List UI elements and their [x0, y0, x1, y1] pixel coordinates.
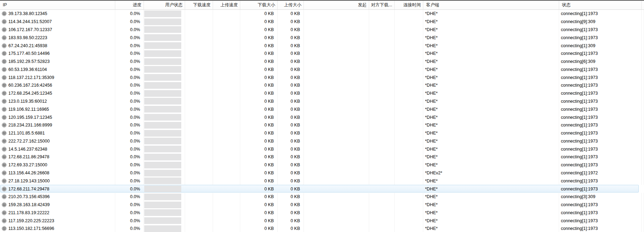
- table-row[interactable]: 172.68.211.74:294780.0%0 KB0 KB*DHE*conn…: [0, 185, 644, 193]
- cell-status: connecting[9]:309: [559, 18, 642, 26]
- peer-face-icon: [2, 91, 7, 96]
- table-row[interactable]: 120.195.159.17:123450.0%0 KB0 KB*DHE*con…: [0, 113, 644, 121]
- table-row[interactable]: 106.172.167.70:123370.0%0 KB0 KB*DHE*con…: [0, 26, 644, 34]
- header-cell-client[interactable]: 客户端: [423, 1, 559, 9]
- user-status-progressbar: [144, 194, 181, 200]
- cell-ul_size: 0 KB: [278, 145, 304, 153]
- cell-progress: 0.0%: [115, 81, 144, 89]
- peer-ip-label: 218.234.231.166:8999: [8, 123, 52, 128]
- cell-status: connecting[1]:1973: [559, 153, 642, 161]
- table-row[interactable]: 114.34.244.151:520070.0%0 KB0 KB*DHE*con…: [0, 18, 644, 26]
- table-row[interactable]: 183.93.98.50:222230.0%0 KB0 KB*DHE*conne…: [0, 34, 644, 42]
- table-row[interactable]: 118.137.212.171:353090.0%0 KB0 KB*DHE*co…: [0, 73, 644, 81]
- cell-ul_speed: [213, 42, 240, 50]
- cell-initiation: [304, 145, 369, 153]
- cell-ip: 183.93.98.50:22223: [0, 34, 115, 42]
- cell-filler: [642, 34, 644, 42]
- table-row[interactable]: 172.68.254.245:123450.0%0 KB0 KB*DHE*con…: [0, 89, 644, 97]
- cell-dl_speed: [185, 121, 213, 129]
- header-cell-status[interactable]: 状态: [559, 1, 642, 9]
- table-row[interactable]: 60.53.139.36:611040.0%0 KB0 KB*DHE*conne…: [0, 65, 644, 73]
- cell-ul_size: 0 KB: [278, 137, 304, 145]
- table-row[interactable]: 14.5.146.237:623480.0%0 KB0 KB*DHE*conne…: [0, 145, 644, 153]
- cell-status: connecting[1]:1973: [559, 73, 642, 81]
- user-status-progressbar: [144, 66, 181, 73]
- cell-ip: 14.5.146.237:62348: [0, 145, 115, 153]
- table-row[interactable]: 117.159.220.225:222230.0%0 KB0 KB*DHE*co…: [0, 217, 644, 225]
- cell-conn_time: [395, 89, 423, 97]
- table-row[interactable]: 210.20.73.156:453960.0%0 KB0 KB*DHE*conn…: [0, 193, 644, 201]
- cell-ul_size: 0 KB: [278, 18, 304, 26]
- header-cell-ul_size[interactable]: 上传大小: [278, 1, 304, 9]
- cell-client: *DHE*: [423, 137, 559, 145]
- cell-initiation: [304, 209, 369, 217]
- cell-ul_speed: [213, 137, 240, 145]
- cell-user_status: [144, 10, 185, 18]
- table-row[interactable]: 60.236.167.216:424560.0%0 KB0 KB*DHE*con…: [0, 81, 644, 89]
- table-row[interactable]: 211.178.83.19:222220.0%0 KB0 KB*DHE*conn…: [0, 209, 644, 217]
- cell-ul_size: 0 KB: [278, 50, 304, 58]
- cell-ul_size: 0 KB: [278, 225, 304, 232]
- header-cell-ul_speed[interactable]: 上传速度: [213, 1, 240, 9]
- peer-ip-label: 159.28.163.18:42439: [8, 202, 50, 207]
- header-cell-initiation[interactable]: 发起: [304, 1, 369, 9]
- table-row[interactable]: 67.24.240.21:459380.0%0 KB0 KB*DHE*conne…: [0, 42, 644, 50]
- table-row[interactable]: 123.0.119.35:600120.0%0 KB0 KB*DHE*conne…: [0, 97, 644, 106]
- cell-ul_size: 0 KB: [278, 169, 304, 177]
- cell-dl_speed: [185, 10, 213, 18]
- peer-ip-label: 14.5.146.237:62348: [8, 147, 47, 152]
- cell-progress: 0.0%: [115, 137, 144, 145]
- table-row[interactable]: 172.69.33.27:150000.0%0 KB0 KB*DHE*conne…: [0, 161, 644, 169]
- cell-progress: 0.0%: [115, 26, 144, 34]
- table-row[interactable]: 113.156.44.26:266080.0%0 KB0 KB*DHEv2*co…: [0, 169, 644, 177]
- header-cell-progress[interactable]: 进度: [115, 1, 144, 9]
- table-row[interactable]: 119.106.92.11:169650.0%0 KB0 KB*DHE*conn…: [0, 105, 644, 113]
- cell-ul_speed: [213, 153, 240, 161]
- cell-status: connecting[1]:1973: [559, 65, 642, 73]
- user-status-progressbar: [144, 202, 181, 208]
- cell-ul_size: 0 KB: [278, 89, 304, 97]
- table-row[interactable]: 121.101.85.5:68810.0%0 KB0 KB*DHE*connec…: [0, 129, 644, 137]
- header-cell-dl_size[interactable]: 下载大小: [240, 1, 278, 9]
- table-row[interactable]: 175.177.40.50:144960.0%0 KB0 KB*DHE*conn…: [0, 50, 644, 58]
- header-cell-conn_time[interactable]: 连接时间: [395, 1, 423, 9]
- header-cell-peer_dl[interactable]: 对方下载...: [369, 1, 395, 9]
- cell-ul_size: 0 KB: [278, 161, 304, 169]
- header-cell-user_status[interactable]: 用户状态: [144, 1, 185, 9]
- cell-progress: 0.0%: [115, 201, 144, 209]
- cell-conn_time: [395, 121, 423, 129]
- cell-client: *DHE*: [423, 89, 559, 97]
- table-row[interactable]: 27.18.129.143:150000.0%0 KB0 KB*DHE*conn…: [0, 177, 644, 185]
- cell-peer_dl: [369, 209, 395, 217]
- header-cell-dl_speed[interactable]: 下载速度: [185, 1, 213, 9]
- cell-peer_dl: [369, 105, 395, 113]
- cell-status: connecting[1]:309: [559, 42, 642, 50]
- cell-initiation: [304, 185, 369, 193]
- cell-initiation: [304, 105, 369, 113]
- table-row[interactable]: 159.28.163.18:424390.0%0 KB0 KB*DHE*conn…: [0, 201, 644, 209]
- header-cell-filler: [642, 1, 644, 9]
- cell-peer_dl: [369, 217, 395, 225]
- header-cell-ip[interactable]: IP: [0, 1, 115, 9]
- cell-dl_speed: [185, 169, 213, 177]
- cell-ul_speed: [213, 129, 240, 137]
- cell-dl_size: 0 KB: [240, 18, 278, 26]
- table-row[interactable]: 218.234.231.166:89990.0%0 KB0 KB*DHE*con…: [0, 121, 644, 129]
- cell-conn_time: [395, 18, 423, 26]
- table-row[interactable]: 222.72.27.162:150000.0%0 KB0 KB*DHE*conn…: [0, 137, 644, 145]
- cell-filler: [642, 201, 644, 209]
- peer-face-icon: [2, 99, 7, 104]
- cell-status: connecting[1]:1973: [559, 89, 642, 97]
- table-row[interactable]: 113.150.182.171:566960.0%0 KB0 KB*DHE*co…: [0, 225, 644, 232]
- table-row[interactable]: 39.173.38.80:123450.0%0 KB0 KB*DHE*conne…: [0, 10, 644, 18]
- cell-dl_speed: [185, 18, 213, 26]
- table-row[interactable]: 172.68.211.86:294780.0%0 KB0 KB*DHE*conn…: [0, 153, 644, 161]
- cell-ip: 175.177.40.50:14496: [0, 50, 115, 58]
- cell-dl_speed: [185, 129, 213, 137]
- user-status-progressbar: [144, 209, 181, 216]
- table-row[interactable]: 185.192.29.57:528230.0%0 KB0 KB*DHE*conn…: [0, 58, 644, 66]
- cell-dl_speed: [185, 137, 213, 145]
- cell-ul_speed: [213, 177, 240, 185]
- cell-initiation: [304, 217, 369, 225]
- cell-ip: 113.156.44.26:26608: [0, 169, 115, 177]
